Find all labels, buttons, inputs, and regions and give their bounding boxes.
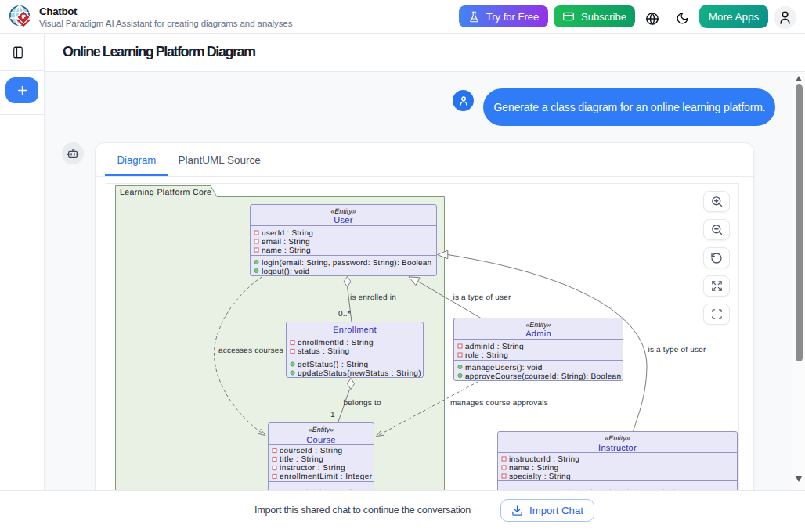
svg-text:status : String: status : String [298, 347, 349, 356]
svg-text:is a type of user: is a type of user [648, 346, 706, 354]
svg-text:enrollmentLimit : Integer: enrollmentLimit : Integer [280, 473, 373, 481]
svg-text:updateStatus(newStatus : Strin: updateStatus(newStatus : String) [298, 369, 421, 378]
svg-text:title : String: title : String [280, 455, 323, 464]
svg-text:Learning Platform Core: Learning Platform Core [120, 188, 211, 197]
svg-text:manages course approvals: manages course approvals [450, 399, 548, 408]
svg-text:1: 1 [330, 411, 335, 419]
svg-text:instructor : String: instructor : String [280, 464, 345, 473]
svg-text:is a type of user: is a type of user [453, 293, 511, 302]
svg-text:Instructor: Instructor [598, 444, 637, 453]
svg-text:belongs to: belongs to [344, 399, 381, 408]
svg-text:courseId : String: courseId : String [280, 447, 342, 455]
svg-text:is enrolled in: is enrolled in [350, 293, 396, 302]
svg-text:role : String: role : String [465, 351, 508, 360]
svg-text:«Entity»: «Entity» [525, 321, 551, 329]
svg-text:enrollmentId : String: enrollmentId : String [298, 339, 374, 347]
svg-text:getStatus() : String: getStatus() : String [298, 361, 368, 369]
svg-text:adminId : String: adminId : String [465, 343, 524, 351]
svg-text:specialty : String: specialty : String [509, 473, 571, 481]
svg-text:«Entity»: «Entity» [330, 207, 356, 215]
svg-text:name : String: name : String [262, 246, 311, 255]
svg-text:Enrollment: Enrollment [333, 325, 377, 335]
svg-text:«Entity»: «Entity» [605, 434, 630, 442]
svg-text:manageUsers(): void: manageUsers(): void [465, 364, 543, 372]
svg-text:approveCourse(courseId: String: approveCourse(courseId: String): Boolean [465, 372, 621, 381]
svg-text:Course: Course [306, 436, 335, 445]
svg-text:login(email: String, password:: login(email: String, password: String): … [262, 259, 431, 268]
svg-text:User: User [334, 216, 352, 225]
svg-text:0..*: 0..* [338, 310, 351, 318]
svg-text:instructorId : String: instructorId : String [509, 455, 579, 464]
svg-text:Admin: Admin [525, 329, 551, 339]
svg-text:«Entity»: «Entity» [309, 426, 334, 433]
svg-text:email : String: email : String [262, 238, 310, 246]
svg-text:accesses courses: accesses courses [218, 347, 283, 355]
svg-text:logout(): void: logout(): void [262, 268, 309, 276]
svg-text:name : String: name : String [509, 464, 558, 473]
svg-text:userId : String: userId : String [262, 229, 313, 238]
